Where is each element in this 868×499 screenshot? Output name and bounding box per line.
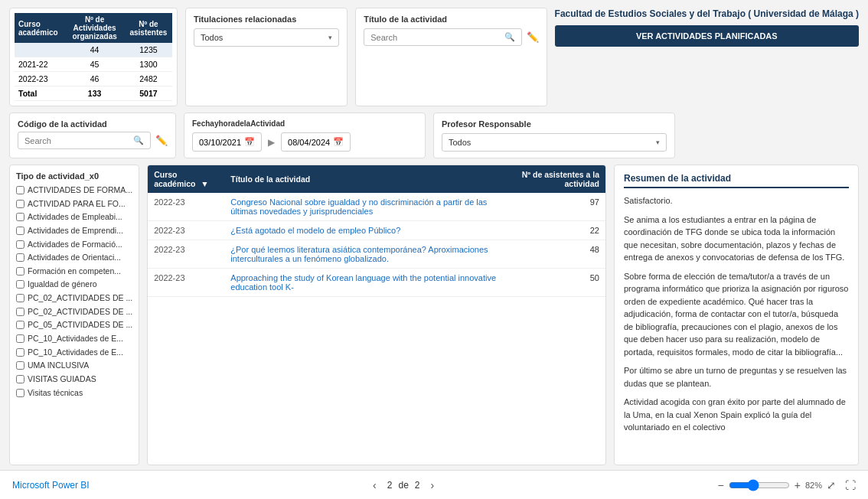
filter-checkbox[interactable]	[16, 348, 24, 357]
filter-checkbox[interactable]	[16, 280, 24, 289]
list-item[interactable]: Actividades de Empleabi...	[16, 212, 132, 223]
zoom-value: 82%	[805, 481, 822, 490]
table-row: 44 1235	[15, 43, 172, 57]
table-row[interactable]: 2022-23 ¿Por qué leemos literatura asiát…	[148, 240, 605, 269]
profesor-label: Profesor Responsable	[442, 119, 667, 129]
filter-item-label: Igualdad de género	[28, 279, 97, 290]
stats-card: Curso académico Nº de Actividades organi…	[9, 8, 178, 106]
list-item[interactable]: ACTIVIDADES DE FORMA...	[16, 185, 132, 196]
institution-title: Facultad de Estudios Sociales y del Trab…	[555, 8, 859, 21]
table-row: 2022-23 46 2482	[15, 72, 172, 86]
filter-item-label: ACTIVIDAD PARA EL FO...	[28, 199, 126, 210]
zoom-plus-icon[interactable]: +	[795, 479, 801, 491]
list-item[interactable]: Visitas técnicas	[16, 388, 132, 399]
table-row[interactable]: 2022-23 Congreso Nacional sobre igualdad…	[148, 193, 605, 221]
cell-curso: 2022-23	[148, 269, 224, 297]
list-item[interactable]: Actividades de Orientaci...	[16, 253, 132, 263]
titulo-search-box[interactable]: 🔍	[364, 28, 521, 46]
zoom-slider[interactable]	[729, 479, 790, 491]
filter-checkbox[interactable]	[16, 227, 24, 235]
cell-curso: 2022-23	[148, 193, 224, 221]
filter-checkbox[interactable]	[16, 186, 24, 194]
titulaciones-label: Titulaciones relacionadas	[194, 15, 339, 24]
titulaciones-dropdown[interactable]: Todos ▾	[194, 28, 339, 47]
ver-actividades-button[interactable]: VER ACTIVIDADES PLANIFICADAS	[555, 25, 859, 47]
table-row[interactable]: 2022-23 ¿Está agotado el modelo de emple…	[148, 221, 605, 240]
filter-checkbox[interactable]	[16, 267, 24, 276]
summary-paragraph: Se anima a los estudiantes a entrar en l…	[624, 214, 849, 264]
profesor-dropdown[interactable]: Todos ▾	[442, 133, 667, 152]
date-to-field[interactable]: 08/04/2024 📅	[281, 132, 351, 152]
edit-icon[interactable]: ✏️	[527, 31, 539, 43]
tipo-actividad-panel: Tipo de actividad_x0 ACTIVIDADES DE FORM…	[9, 165, 139, 465]
filter-item-label: PC_10_Actividades de E...	[28, 334, 123, 344]
list-item[interactable]: UMA INCLUSIVA	[16, 360, 132, 371]
list-item[interactable]: Actividades de Formació...	[16, 240, 132, 250]
titulo-label: Título de la actividad	[364, 15, 538, 24]
cell-titulo[interactable]: Congreso Nacional sobre igualdad y no di…	[224, 193, 509, 221]
institution-block: Facultad de Estudios Sociales y del Trab…	[555, 8, 859, 106]
cell-titulo[interactable]: ¿Está agotado el modelo de empleo Públic…	[224, 221, 509, 240]
codigo-filter-card: Código de la actividad 🔍 ✏️	[9, 113, 176, 158]
tipo-actividad-list: ACTIVIDADES DE FORMA...ACTIVIDAD PARA EL…	[16, 185, 132, 398]
list-item[interactable]: PC_05_ACTIVIDADES DE ...	[16, 320, 132, 331]
summary-paragraph: Sobre forma de elección de tema/tutor/a …	[624, 270, 849, 359]
filter-checkbox[interactable]	[16, 294, 24, 302]
activities-table-wrapper[interactable]: Curso académico ▼ Título de la actividad…	[148, 165, 605, 465]
col-header-actividades: Nº de Actividades organizadas	[64, 13, 124, 43]
search-icon: 🔍	[504, 32, 515, 42]
stats-table: Curso académico Nº de Actividades organi…	[15, 13, 172, 101]
filter-item-label: PC_02_ACTIVIDADES DE ...	[28, 293, 132, 304]
table-row[interactable]: 2022-23 Approaching the study of Korean …	[148, 269, 605, 297]
calendar-icon: 📅	[244, 137, 255, 147]
col-header-curso-academico: Curso académico ▼	[148, 165, 224, 193]
list-item[interactable]: Igualdad de género	[16, 279, 132, 290]
filter-item-label: Actividades de Emprendi...	[28, 226, 123, 236]
table-row: 2021-22 45 1300	[15, 57, 172, 72]
filter-checkbox[interactable]	[16, 213, 24, 221]
list-item[interactable]: PC_02_ACTIVIDADES DE ...	[16, 307, 132, 318]
share-icon[interactable]: ⤢	[827, 479, 836, 491]
edit-icon[interactable]: ✏️	[155, 135, 168, 146]
titulo-search-input[interactable]	[370, 33, 501, 42]
date-from-value: 03/10/2021	[199, 138, 241, 147]
page-label: de	[398, 480, 408, 491]
calendar-icon: 📅	[333, 137, 344, 147]
powerbi-link[interactable]: Microsoft Power BI	[12, 480, 90, 491]
filter-checkbox[interactable]	[16, 253, 24, 262]
codigo-search-input[interactable]	[24, 136, 130, 145]
zoom-minus-icon[interactable]: −	[718, 479, 724, 491]
chevron-down-icon: ▾	[656, 139, 660, 146]
list-item[interactable]: Formación en competen...	[16, 266, 132, 277]
date-from-field[interactable]: 03/10/2021 📅	[192, 132, 262, 152]
filter-checkbox[interactable]	[16, 389, 24, 397]
summary-panel: Resumen de la actividad Satisfactorio.Se…	[614, 165, 859, 465]
filter-checkbox[interactable]	[16, 321, 24, 329]
list-item[interactable]: PC_10_Actividades de E...	[16, 347, 132, 358]
summary-content: Satisfactorio.Se anima a los estudiantes…	[624, 194, 849, 434]
list-item[interactable]: Actividades de Emprendi...	[16, 226, 132, 236]
next-page-button[interactable]: ›	[426, 478, 439, 493]
table-row-total: Total 133 5017	[15, 86, 172, 101]
filter-checkbox[interactable]	[16, 200, 24, 208]
cell-titulo[interactable]: Approaching the study of Korean language…	[224, 269, 509, 297]
filter-checkbox[interactable]	[16, 334, 24, 343]
fullscreen-icon[interactable]: ⛶	[845, 479, 856, 491]
summary-paragraph: Satisfactorio.	[624, 194, 849, 207]
prev-page-button[interactable]: ‹	[368, 478, 381, 493]
col-header-curso: Curso académico	[15, 13, 64, 43]
list-item[interactable]: ACTIVIDAD PARA EL FO...	[16, 199, 132, 210]
list-item[interactable]: PC_02_ACTIVIDADES DE ...	[16, 293, 132, 304]
codigo-search-box[interactable]: 🔍	[18, 132, 151, 149]
filter-item-label: VISITAS GUIADAS	[28, 374, 96, 385]
sort-icon: ▼	[201, 179, 208, 188]
filter-checkbox[interactable]	[16, 361, 24, 370]
cell-asistentes: 48	[510, 240, 605, 269]
filter-checkbox[interactable]	[16, 375, 24, 383]
filter-checkbox[interactable]	[16, 308, 24, 316]
list-item[interactable]: VISITAS GUIADAS	[16, 374, 132, 385]
filter-checkbox[interactable]	[16, 240, 24, 249]
activities-panel: Curso académico ▼ Título de la actividad…	[147, 165, 606, 465]
cell-titulo[interactable]: ¿Por qué leemos literatura asiática cont…	[224, 240, 509, 269]
list-item[interactable]: PC_10_Actividades de E...	[16, 334, 132, 344]
